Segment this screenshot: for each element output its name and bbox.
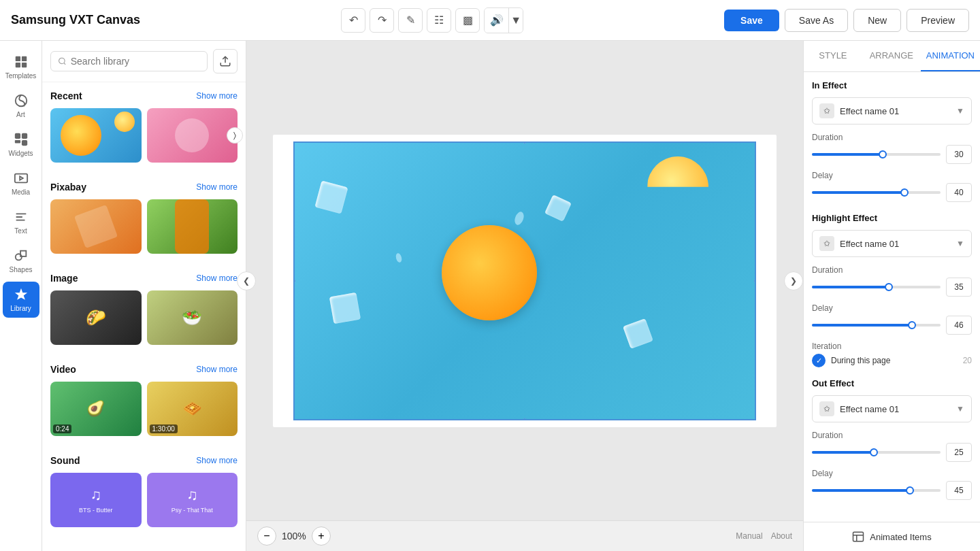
- svg-rect-6: [21, 133, 27, 139]
- out-delay-thumb[interactable]: [906, 486, 914, 495]
- section-title-pixabay: Pixabay: [50, 182, 86, 193]
- grid-button[interactable]: ☷: [427, 8, 451, 33]
- out-delay-label: Delay: [812, 469, 972, 478]
- section-image: Image Show more 🌮 🥗: [42, 265, 246, 356]
- section-header-recent: Recent Show more: [50, 90, 238, 101]
- in-delay-slider[interactable]: [812, 191, 941, 194]
- out-delay-fill: [812, 489, 910, 492]
- sidebar-item-art[interactable]: Art: [3, 88, 39, 124]
- in-duration-value[interactable]: 30: [946, 145, 972, 164]
- hl-delay-value[interactable]: 46: [946, 316, 972, 335]
- search-input-wrap[interactable]: [50, 51, 208, 71]
- animated-items-button[interactable]: Animated Items: [804, 522, 980, 551]
- video-thumb-2[interactable]: 🧇 1:30:00: [147, 382, 238, 436]
- out-effect-dropdown[interactable]: ✩ Effect name 01 ▼: [812, 395, 972, 422]
- pen-button[interactable]: ✎: [398, 8, 423, 33]
- in-duration-row: 30: [812, 145, 972, 164]
- in-effect-title: In Effect: [812, 80, 972, 90]
- hl-duration-value[interactable]: 35: [946, 278, 972, 297]
- iteration-value: 20: [963, 356, 972, 365]
- canvas-image-element[interactable]: [293, 141, 756, 420]
- sidebar-item-shapes[interactable]: Shapes: [3, 243, 39, 279]
- right-tabs: STYLE ARRANGE ANIMATION: [804, 41, 980, 72]
- app-title: Samsung VXT Canvas: [11, 13, 140, 27]
- in-duration-slider[interactable]: [812, 153, 941, 156]
- out-duration-label: Duration: [812, 431, 972, 440]
- iteration-check-icon[interactable]: ✓: [812, 354, 826, 367]
- zoom-controls: − 100% +: [257, 527, 331, 546]
- search-bar: [42, 41, 246, 82]
- search-input[interactable]: [71, 56, 200, 67]
- in-duration-thumb[interactable]: [879, 150, 887, 158]
- sidebar-label-art: Art: [16, 111, 25, 118]
- collapse-right-panel-button[interactable]: ❯: [784, 271, 803, 290]
- sidebar-item-text[interactable]: Text: [3, 204, 39, 240]
- out-duration-thumb[interactable]: [870, 448, 878, 456]
- pixabay-thumb-2[interactable]: [147, 199, 238, 254]
- pixabay-thumb-1[interactable]: [50, 199, 142, 254]
- highlight-effect-icon: ✩: [819, 236, 834, 251]
- show-more-pixabay[interactable]: Show more: [196, 182, 238, 192]
- recent-grid: 〉: [50, 108, 238, 163]
- save-button[interactable]: Save: [724, 10, 779, 31]
- collapse-panel-button[interactable]: ❮: [237, 271, 256, 290]
- sidebar-item-library[interactable]: Library: [3, 282, 39, 318]
- manual-link[interactable]: Manual: [736, 531, 762, 541]
- tab-animation[interactable]: ANIMATION: [921, 41, 980, 71]
- in-delay-value[interactable]: 40: [946, 183, 972, 202]
- canvas-image-bg: [295, 143, 755, 419]
- section-header-video: Video Show more: [50, 364, 238, 375]
- recent-thumb-2[interactable]: [147, 108, 238, 163]
- tab-style[interactable]: STYLE: [804, 41, 862, 71]
- in-effect-chevron: ▼: [956, 106, 964, 116]
- redo-button[interactable]: ↷: [370, 8, 394, 33]
- preview-button[interactable]: Preview: [906, 9, 969, 32]
- save-as-button[interactable]: Save As: [785, 9, 848, 32]
- sidebar-label-templates: Templates: [5, 72, 37, 80]
- upload-button[interactable]: [213, 49, 238, 73]
- toolbar: ↶ ↷ ✎ ☷ ▩ 🔊 ▼: [341, 7, 523, 33]
- sidebar-item-templates[interactable]: Templates: [3, 49, 39, 85]
- sidebar-item-media[interactable]: Media: [3, 165, 39, 201]
- hl-delay-thumb[interactable]: [908, 321, 916, 329]
- volume-chevron[interactable]: ▼: [509, 8, 523, 33]
- recent-thumb-1[interactable]: [50, 108, 142, 163]
- out-duration-value[interactable]: 25: [946, 443, 972, 462]
- out-delay-slider[interactable]: [812, 489, 941, 492]
- out-duration-slider[interactable]: [812, 451, 941, 454]
- hl-delay-slider[interactable]: [812, 324, 941, 327]
- new-button[interactable]: New: [853, 9, 901, 32]
- animation-panel: In Effect ✩ Effect name 01 ▼ Duration 30: [804, 72, 980, 522]
- out-delay-value[interactable]: 45: [946, 481, 972, 500]
- recent-next-arrow[interactable]: 〉: [227, 127, 243, 144]
- zoom-out-button[interactable]: −: [257, 527, 276, 546]
- layers-button[interactable]: ▩: [455, 8, 480, 33]
- sidebar-item-widgets[interactable]: Widgets: [3, 127, 39, 163]
- hl-duration-field: Duration 35: [812, 265, 972, 297]
- hl-duration-thumb[interactable]: [885, 283, 893, 291]
- in-delay-thumb[interactable]: [900, 188, 909, 197]
- highlight-effect-title: Highlight Effect: [812, 213, 972, 223]
- image-thumb-2[interactable]: 🥗: [147, 290, 238, 345]
- image-thumb-1[interactable]: 🌮: [50, 290, 142, 345]
- sound-thumb-1[interactable]: ♫ BTS - Butter: [50, 473, 142, 527]
- in-effect-dropdown[interactable]: ✩ Effect name 01 ▼: [812, 97, 972, 124]
- sound-thumb-2[interactable]: ♫ Psy - That That: [147, 473, 238, 527]
- show-more-recent[interactable]: Show more: [196, 91, 238, 101]
- zoom-in-button[interactable]: +: [312, 527, 331, 546]
- highlight-effect-dropdown[interactable]: ✩ Effect name 01 ▼: [812, 230, 972, 257]
- about-link[interactable]: About: [771, 531, 792, 541]
- video-thumb-1[interactable]: 🥑 0:24: [50, 382, 142, 436]
- volume-button[interactable]: 🔊: [485, 8, 509, 33]
- svg-rect-7: [14, 140, 20, 144]
- svg-rect-0: [15, 56, 20, 61]
- hl-duration-slider[interactable]: [812, 286, 941, 288]
- show-more-image[interactable]: Show more: [196, 273, 238, 283]
- header-left: Samsung VXT Canvas: [11, 13, 140, 27]
- undo-button[interactable]: ↶: [341, 8, 365, 33]
- section-title-image: Image: [50, 273, 78, 284]
- video-badge-1: 0:24: [53, 424, 71, 433]
- show-more-sound[interactable]: Show more: [196, 456, 238, 465]
- tab-arrange[interactable]: ARRANGE: [862, 41, 921, 71]
- show-more-video[interactable]: Show more: [196, 365, 238, 374]
